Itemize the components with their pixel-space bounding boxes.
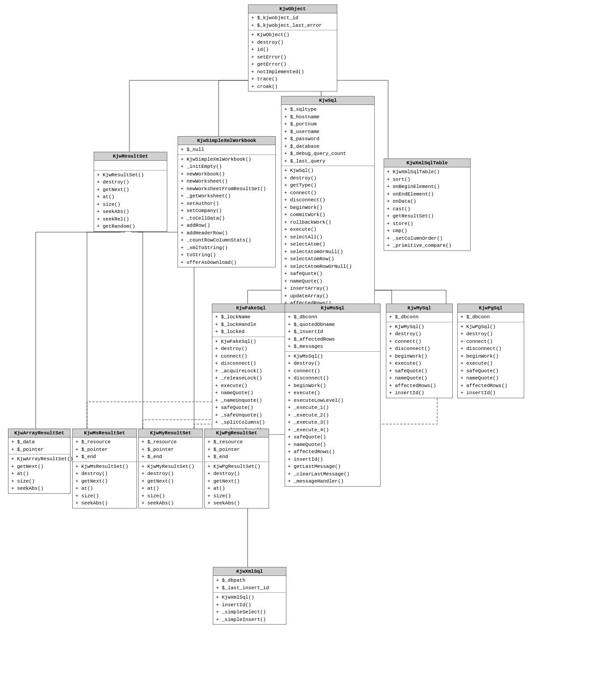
KjwMsResultSet-attrs: + $_resource + $_pointer + $_end	[73, 438, 137, 462]
KjwMySql-box: KjwMySql + $_dbconn + KjwMySql() + destr…	[386, 304, 453, 398]
KjwSimpleXmlWorkbook-box: KjwSimpleXmlWorkbook + $_null + KjwSimpl…	[178, 136, 276, 267]
KjwArrayResultSet-box: KjwArrayResultSet + $_data + $_pointer +…	[8, 429, 70, 494]
KjwFakeSql-attrs: + $_lockName + $_lockHandle + $_locked	[212, 312, 290, 337]
KjwMsSql-title: KjwMsSql	[285, 304, 380, 312]
KjwXmlSql-attrs: + $_dbpath + $_last_insert_id	[213, 576, 286, 593]
KjwSimpleXmlWorkbook-title: KjwSimpleXmlWorkbook	[178, 137, 275, 145]
KjwMySql-title: KjwMySql	[386, 304, 452, 312]
KjwPgSql-methods: + KjwPgSql() + destroy() + connect() + d…	[458, 322, 524, 398]
KjwMyResultSet-box: KjwMyResultSet + $_resource + $_pointer …	[138, 429, 203, 508]
KjwXmlSql-box: KjwXmlSql + $_dbpath + $_last_insert_id …	[213, 567, 286, 625]
KjwArrayResultSet-methods: + KjwArrayResultSet() + getNext() + at()…	[8, 454, 70, 493]
KjwPgResultSet-title: KjwPgResultSet	[205, 429, 269, 438]
KjwObject-methods: + KjwObject() + destroy() + id() + setEr…	[248, 30, 337, 91]
KjwMyResultSet-title: KjwMyResultSet	[139, 429, 203, 438]
KjwObject-title: KjwObject	[248, 5, 337, 13]
KjwPgResultSet-methods: + KjwPgResultSet() + destroy() + getNext…	[205, 462, 269, 508]
KjwObject-box: KjwObject + $_kjwobject_id + $_kjwobject…	[248, 4, 337, 92]
KjwMySql-methods: + KjwMySql() + destroy() + connect() + d…	[386, 322, 452, 398]
KjwMsResultSet-box: KjwMsResultSet + $_resource + $_pointer …	[72, 429, 137, 508]
KjwMySql-attrs: + $_dbconn	[386, 312, 452, 322]
KjwSimpleXmlWorkbook-attrs: + $_null	[178, 145, 275, 155]
KjwPgSql-title: KjwPgSql	[458, 304, 524, 312]
KjwFakeSql-methods: + KjwFakeSql() + destroy() + connect() +…	[212, 337, 290, 435]
KjwResultSet-attrs	[94, 161, 167, 171]
KjwMsResultSet-methods: + KjwMsResultSet() + destroy() + getNext…	[73, 462, 137, 508]
KjwFakeSql-box: KjwFakeSql + $_lockName + $_lockHandle +…	[212, 304, 290, 435]
KjwXmlSql-methods: + KjwXmlSql() + insertId() + _simpleSele…	[213, 593, 286, 624]
diagram-container: KjwObject + $_kjwobject_id + $_kjwobject…	[0, 0, 596, 700]
KjwSql-title: KjwSql	[281, 96, 374, 105]
KjwMyResultSet-attrs: + $_resource + $_pointer + $_end	[139, 438, 203, 462]
KjwPgSql-box: KjwPgSql + $_dbconn + KjwPgSql() + destr…	[457, 304, 524, 398]
KjwSimpleXmlWorkbook-methods: + KjwSimpleXmlWorkbook() + _initEmpty() …	[178, 155, 275, 267]
KjwResultSet-box: KjwResultSet + KjwResultSet() + destroy(…	[94, 152, 167, 232]
KjwArrayResultSet-attrs: + $_data + $_pointer	[8, 438, 70, 454]
KjwXmlSqlTable-box: KjwXmlSqlTable + KjwXmlSqlTable() + sort…	[384, 158, 471, 251]
KjwSql-box: KjwSql + $_sqltype + $_hostname + $_port…	[281, 96, 375, 338]
KjwXmlSqlTable-methods: + KjwXmlSqlTable() + sort() + onBeginEle…	[384, 167, 470, 250]
KjwMsSql-methods: + KjwMsSql() + destroy() + connect() + d…	[285, 352, 380, 486]
KjwFakeSql-title: KjwFakeSql	[212, 304, 290, 312]
KjwMyResultSet-methods: + KjwMyResultSet() + destroy() + getNext…	[139, 462, 203, 508]
KjwPgResultSet-attrs: + $_resource + $_pointer + $_end	[205, 438, 269, 462]
KjwPgResultSet-box: KjwPgResultSet + $_resource + $_pointer …	[204, 429, 269, 508]
KjwResultSet-title: KjwResultSet	[94, 152, 167, 161]
KjwPgSql-attrs: + $_dbconn	[458, 312, 524, 322]
KjwSql-attrs: + $_sqltype + $_hostname + $_portnum + $…	[281, 105, 374, 166]
KjwObject-attrs: + $_kjwobject_id + $_kjwobject_last_erro…	[248, 13, 337, 30]
KjwMsSql-box: KjwMsSql + $_dbconn + $_quotedDbname + $…	[285, 304, 381, 487]
KjwMsResultSet-title: KjwMsResultSet	[73, 429, 137, 438]
KjwXmlSqlTable-title: KjwXmlSqlTable	[384, 159, 470, 167]
KjwResultSet-methods: + KjwResultSet() + destroy() + getNext()…	[94, 171, 167, 231]
KjwXmlSql-title: KjwXmlSql	[213, 567, 286, 576]
KjwMsSql-attrs: + $_dbconn + $_quotedDbname + $_insertId…	[285, 312, 380, 352]
KjwArrayResultSet-title: KjwArrayResultSet	[8, 429, 70, 438]
